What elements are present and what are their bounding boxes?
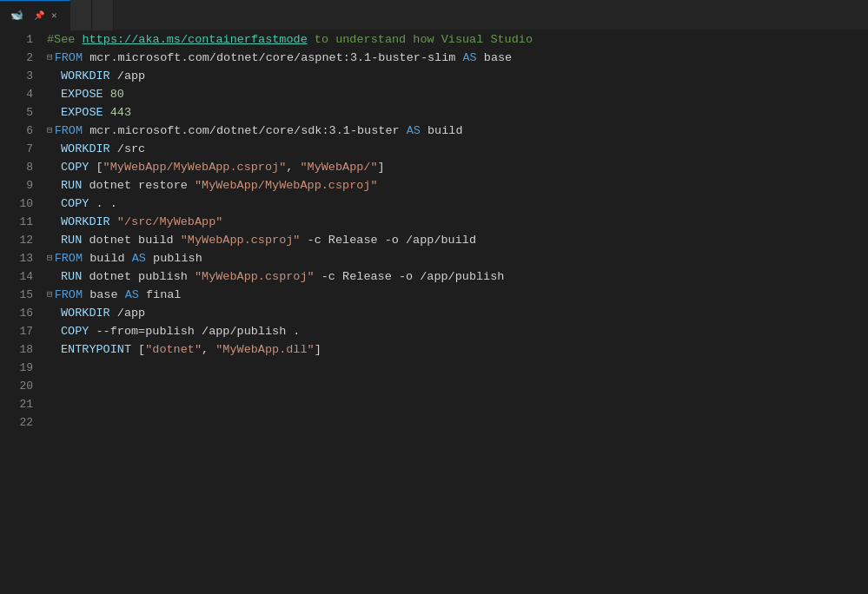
collapse-icon[interactable]: ⊟: [47, 249, 53, 267]
line-number-15: 15: [14, 286, 33, 304]
code-line-14: RUN dotnet build "MyWebApp.csproj" -c Re…: [43, 231, 868, 249]
code-line-11: RUN dotnet restore "MyWebApp/MyWebApp.cs…: [43, 176, 868, 195]
plain-token: final: [139, 286, 182, 304]
collapse-icon[interactable]: ⊟: [47, 49, 53, 67]
code-container: 12345678910111213141516171819202122 #See…: [0, 30, 868, 594]
plain-token: base: [477, 49, 513, 67]
line-number-8: 8: [14, 158, 33, 176]
line-number-22: 22: [14, 413, 33, 432]
keyword-as: AS: [407, 122, 421, 140]
keyword-run: RUN: [61, 176, 82, 195]
string-token: "MyWebApp/MyWebApp.csproj": [103, 158, 287, 176]
string-token: "MyWebApp/": [300, 158, 377, 176]
plain-token: -c Release -o /app/publish: [315, 267, 505, 286]
keyword-workdir: WORKDIR: [61, 304, 110, 322]
keyword-entrypoint: ENTRYPOINT: [61, 340, 131, 359]
plain-token: [110, 213, 117, 231]
code-line-22: ENTRYPOINT ["dotnet", "MyWebApp.dll"]: [43, 340, 868, 359]
code-line-4: WORKDIR /app: [43, 67, 868, 85]
collapse-icon[interactable]: ⊟: [47, 122, 53, 140]
plain-token: mcr.microsoft.com/dotnet/core/aspnet:3.1…: [83, 49, 462, 67]
plain-token: ]: [378, 158, 385, 176]
plain-token: build: [83, 249, 132, 267]
code-line-12: COPY . .: [43, 195, 868, 213]
plain-token: dotnet build: [82, 231, 180, 249]
plain-token: /app: [110, 304, 146, 322]
plain-token: ]: [315, 340, 321, 359]
plain-token: . .: [89, 195, 116, 213]
string-token: "MyWebApp.dll": [215, 340, 314, 359]
plain-token: [103, 103, 110, 122]
keyword-copy: COPY: [61, 322, 89, 340]
tab-dockerfile[interactable]: 🐋 📌 ✕: [0, 0, 70, 30]
comment-token: #See: [47, 30, 83, 49]
keyword-from: FROM: [55, 49, 83, 67]
plain-token: /src: [110, 140, 146, 158]
plain-token: mcr.microsoft.com/dotnet/core/sdk:3.1-bu…: [83, 122, 407, 140]
line-number-21: 21: [14, 395, 33, 413]
code-line-8: ⊟FROM mcr.microsoft.com/dotnet/core/sdk:…: [43, 122, 868, 140]
line-number-3: 3: [14, 67, 33, 85]
collapse-icon[interactable]: ⊟: [47, 286, 53, 304]
line-number-14: 14: [14, 267, 33, 286]
code-line-16: ⊟FROM build AS publish: [43, 249, 868, 267]
line-number-18: 18: [14, 340, 33, 359]
number-token: 80: [110, 85, 124, 103]
line-number-7: 7: [14, 140, 33, 158]
line-number-4: 4: [14, 85, 33, 103]
line-number-19: 19: [14, 359, 33, 377]
code-line-9: WORKDIR /src: [43, 140, 868, 158]
plain-token: [: [131, 340, 145, 359]
plain-token: ,: [202, 340, 215, 359]
keyword-from: FROM: [55, 249, 83, 267]
code-line-3: ⊟FROM mcr.microsoft.com/dotnet/core/aspn…: [43, 49, 868, 67]
keyword-workdir: WORKDIR: [61, 213, 110, 231]
editor-area: 12345678910111213141516171819202122 #See…: [0, 30, 868, 594]
line-number-17: 17: [14, 322, 33, 340]
keyword-as: AS: [125, 286, 139, 304]
keyword-expose: EXPOSE: [61, 85, 103, 103]
string-token: "MyWebApp.csproj": [181, 231, 301, 249]
tab-index[interactable]: [70, 0, 92, 30]
keyword-copy: COPY: [61, 195, 89, 213]
keyword-as: AS: [132, 249, 146, 267]
keyword-copy: COPY: [61, 158, 89, 176]
line-numbers: 12345678910111213141516171819202122: [0, 30, 43, 594]
line-number-20: 20: [14, 377, 33, 395]
tab-pin-icon: 📌: [34, 10, 44, 21]
plain-token: -c Release -o /app/build: [300, 231, 476, 249]
plain-token: publish: [146, 249, 202, 267]
tab-mywebapp[interactable]: [92, 0, 114, 30]
keyword-run: RUN: [61, 231, 82, 249]
code-line-10: COPY ["MyWebApp/MyWebApp.csproj", "MyWeb…: [43, 158, 868, 176]
url-token[interactable]: https://aka.ms/containerfastmode: [83, 30, 308, 49]
keyword-workdir: WORKDIR: [61, 140, 110, 158]
line-number-16: 16: [14, 304, 33, 322]
dockerfile-icon: 🐋: [10, 9, 23, 22]
code-line-1: #See https://aka.ms/containerfastmode to…: [43, 30, 868, 49]
string-token: "dotnet": [145, 340, 202, 359]
keyword-from: FROM: [55, 286, 83, 304]
comment-token: to understand how Visual Studio: [308, 30, 540, 49]
plain-token: dotnet publish: [82, 267, 195, 286]
plain-token: [103, 85, 110, 103]
code-line-21: COPY --from=publish /app/publish .: [43, 322, 868, 340]
line-number-5: 5: [14, 103, 33, 122]
plain-token: dotnet restore: [82, 176, 195, 195]
line-number-1: 1: [14, 30, 33, 49]
line-number-6: 6: [14, 122, 33, 140]
string-token: "MyWebApp.csproj": [195, 267, 315, 286]
code-lines: #See https://aka.ms/containerfastmode to…: [43, 30, 868, 594]
keyword-run: RUN: [61, 267, 82, 286]
code-line-20: WORKDIR /app: [43, 304, 868, 322]
line-number-10: 10: [14, 195, 33, 213]
line-number-9: 9: [14, 176, 33, 195]
tab-bar: 🐋 📌 ✕: [0, 0, 868, 30]
plain-token: --from=publish /app/publish .: [89, 322, 300, 340]
code-line-13: WORKDIR "/src/MyWebApp": [43, 213, 868, 231]
tab-close-dockerfile[interactable]: ✕: [50, 9, 59, 22]
keyword-workdir: WORKDIR: [61, 67, 110, 85]
plain-token: [: [89, 158, 103, 176]
plain-token: ,: [286, 158, 300, 176]
string-token: "MyWebApp/MyWebApp.csproj": [195, 176, 378, 195]
